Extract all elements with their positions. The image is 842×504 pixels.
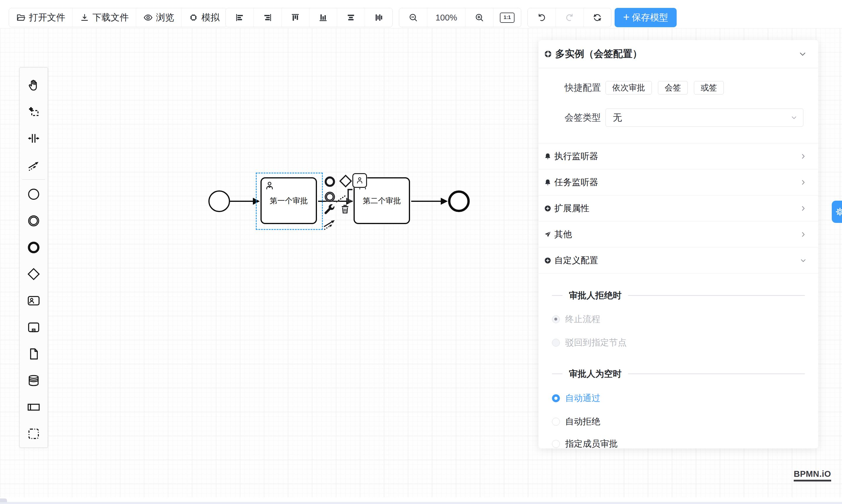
zoom-out-button[interactable]	[399, 8, 427, 27]
align-top-button[interactable]	[281, 8, 309, 27]
quick-config-orsign-button[interactable]: 或签	[694, 81, 724, 94]
create-gateway[interactable]	[20, 260, 48, 287]
delete-button[interactable]	[339, 203, 351, 215]
create-start-event[interactable]	[20, 181, 48, 208]
preview-button[interactable]: 浏览	[136, 8, 181, 27]
radio-label: 自动拒绝	[565, 416, 600, 428]
create-intermediate-event[interactable]	[20, 208, 48, 234]
element-palette	[19, 67, 48, 448]
align-right-icon	[263, 13, 273, 22]
empty-group-header: 审批人为空时	[539, 369, 818, 379]
chevron-right-icon	[800, 231, 807, 238]
section-execution-listener[interactable]: 执行监听器	[539, 143, 818, 169]
properties-panel: 多实例（会签配置） 快捷配置 依次审批 会签 或签 会签类型 无 执行监听器	[539, 40, 818, 448]
bell-icon	[544, 152, 552, 160]
section-label: 扩展属性	[554, 202, 797, 214]
append-end-event-button[interactable]	[323, 175, 337, 188]
user-task-node-1[interactable]: 第一个审批	[261, 177, 317, 224]
refresh-button[interactable]	[583, 8, 611, 27]
zoom-reset-button[interactable]: 1:1	[493, 8, 521, 27]
empty-group-title: 审批人为空时	[569, 368, 621, 380]
end-event-node[interactable]	[448, 191, 470, 212]
create-participant[interactable]	[20, 394, 48, 420]
radio-disabled-checked	[552, 315, 560, 323]
radio-label: 指定成员审批	[565, 438, 618, 449]
panel-header[interactable]: 多实例（会签配置）	[539, 40, 818, 68]
section-other[interactable]: 其他	[539, 221, 818, 248]
align-center-horizontal-icon	[346, 13, 356, 22]
plus-circle-icon	[544, 204, 552, 212]
space-tool[interactable]	[20, 125, 48, 151]
radio-auto-pass[interactable]: 自动通过	[539, 392, 818, 404]
align-bottom-button[interactable]	[309, 8, 337, 27]
simulate-button[interactable]: 模拟	[181, 8, 227, 27]
send-icon	[544, 231, 552, 238]
section-task-listener[interactable]: 任务监听器	[539, 169, 818, 195]
align-center-horizontal-button[interactable]	[337, 8, 365, 27]
quick-config-countersign-button[interactable]: 会签	[658, 81, 688, 94]
save-model-button[interactable]: + 保存模型	[615, 8, 677, 27]
append-intermediate-event-button[interactable]	[323, 190, 337, 203]
radio-return-to-node[interactable]: 驳回到指定节点	[539, 337, 818, 348]
radio-label: 终止流程	[565, 313, 600, 325]
create-data-object[interactable]	[20, 341, 48, 367]
undo-button[interactable]	[528, 8, 556, 27]
create-call-activity[interactable]	[20, 314, 48, 341]
append-gateway-button[interactable]	[338, 174, 353, 188]
eye-icon	[143, 13, 153, 22]
quick-config-sequential-button[interactable]: 依次审批	[606, 81, 652, 94]
align-top-icon	[290, 13, 300, 22]
radio-label: 自动通过	[565, 392, 600, 404]
section-label: 自定义配置	[554, 254, 797, 267]
section-extended-properties[interactable]: 扩展属性	[539, 195, 818, 221]
quick-config-row: 快捷配置 依次审批 会签 或签	[539, 81, 818, 94]
radio-unchecked	[552, 440, 560, 448]
create-user-task[interactable]	[20, 287, 48, 314]
reject-group-title: 审批人拒绝时	[569, 290, 621, 302]
create-group[interactable]	[20, 420, 48, 447]
open-file-button[interactable]: 打开文件	[9, 8, 72, 27]
undo-icon	[537, 13, 547, 22]
radio-unchecked	[552, 418, 560, 426]
create-end-event[interactable]	[20, 234, 48, 260]
radio-auto-reject[interactable]: 自动拒绝	[539, 416, 818, 427]
download-file-button[interactable]: 下载文件	[72, 8, 136, 27]
hand-tool[interactable]	[20, 72, 48, 98]
bottom-corner-tab	[0, 499, 7, 502]
one-to-one-icon: 1:1	[500, 13, 514, 23]
folder-open-icon	[16, 13, 26, 22]
reject-group-header: 审批人拒绝时	[539, 290, 818, 301]
task-label: 第二个审批	[363, 196, 401, 206]
align-middle-vertical-button[interactable]	[365, 8, 392, 27]
radio-terminate-process[interactable]: 终止流程	[539, 313, 818, 325]
align-left-button[interactable]	[226, 8, 253, 27]
radio-label: 驳回到指定节点	[565, 337, 627, 349]
chevron-right-icon	[800, 179, 807, 186]
sign-type-value: 无	[613, 111, 791, 124]
create-data-store[interactable]	[20, 367, 48, 394]
zoom-in-button[interactable]	[465, 8, 493, 27]
start-event-node[interactable]	[208, 191, 230, 212]
download-file-label: 下载文件	[92, 12, 129, 24]
append-text-annotation-button[interactable]	[335, 188, 353, 203]
lasso-tool[interactable]	[20, 98, 48, 125]
zoom-toolbar-group: 100% 1:1	[399, 8, 521, 27]
align-right-button[interactable]	[253, 8, 281, 27]
append-user-task-button[interactable]	[352, 173, 367, 188]
radio-assign-member[interactable]: 指定成员审批	[539, 438, 818, 448]
settings-drawer-toggle[interactable]	[832, 201, 842, 223]
section-custom-config[interactable]: 自定义配置	[539, 248, 818, 273]
redo-button[interactable]	[556, 8, 583, 27]
sign-type-select[interactable]: 无	[606, 109, 803, 127]
change-type-button[interactable]	[322, 202, 336, 216]
sign-type-row: 会签类型 无	[539, 109, 818, 127]
global-connect-tool[interactable]	[20, 151, 48, 178]
connect-button[interactable]	[322, 216, 337, 231]
section-label: 任务监听器	[554, 176, 797, 188]
preview-label: 浏览	[156, 12, 174, 24]
file-toolbar-group: 打开文件 下载文件 浏览 模拟	[9, 8, 227, 27]
chevron-down-icon[interactable]	[799, 50, 807, 58]
bpmn-io-watermark[interactable]: BPMN.iO	[794, 469, 831, 482]
gear-icon	[835, 207, 842, 217]
plus-circle-icon	[544, 256, 552, 265]
